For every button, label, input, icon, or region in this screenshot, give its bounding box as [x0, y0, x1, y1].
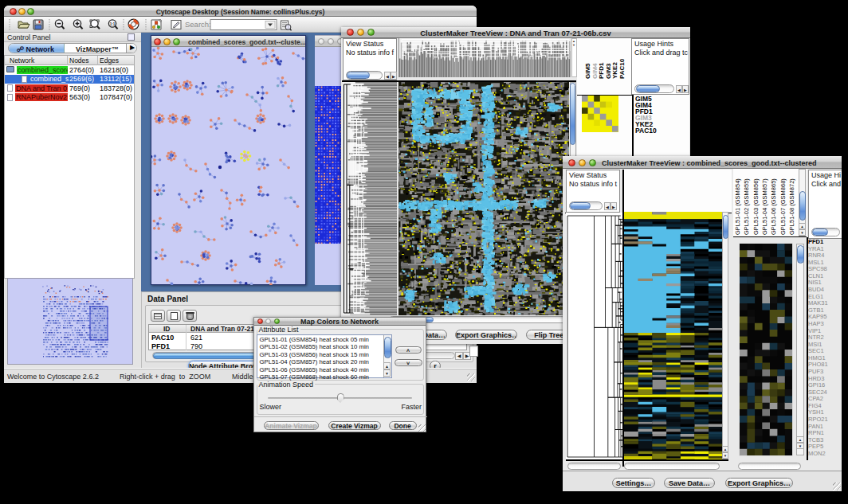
svg-text:PAC10: PAC10	[618, 58, 626, 79]
svg-text:1:1: 1:1	[110, 22, 116, 26]
svg-text:GPL51-02 (GSM855): GPL51-02 (GSM855)	[743, 178, 750, 235]
svg-text:GPL51-08 (GSM872): GPL51-08 (GSM872)	[788, 178, 795, 235]
svg-text:GPL51-06 (GSM865): GPL51-06 (GSM865)	[770, 178, 777, 235]
svg-text:Search:: Search:	[185, 20, 211, 29]
svg-text:GPL51-01 (GSM854): GPL51-01 (GSM854)	[734, 178, 741, 235]
svg-text:GPL51-03 (GSM856): GPL51-03 (GSM856)	[752, 178, 760, 235]
svg-text:GPL51-07 (GSM868): GPL51-07 (GSM868)	[779, 178, 787, 235]
svg-text:GPL51-04 (GSM857): GPL51-04 (GSM857)	[761, 178, 768, 235]
